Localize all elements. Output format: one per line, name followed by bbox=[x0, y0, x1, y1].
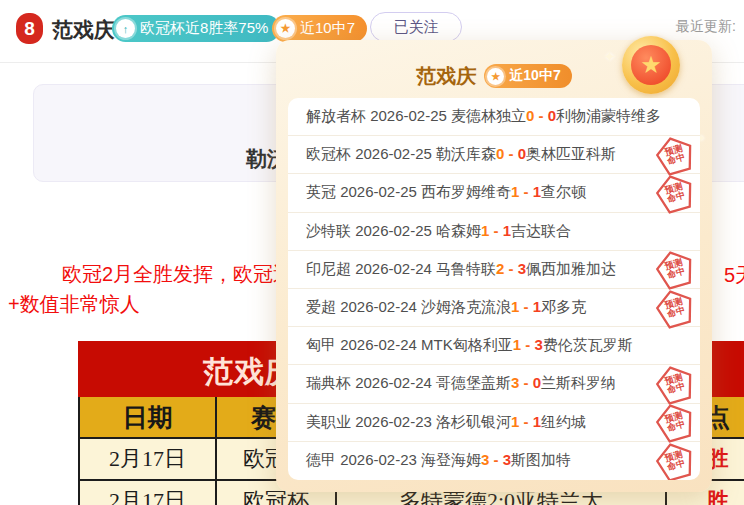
page: 勒沃 欧冠2月全胜发挥，欧冠近 5天 +数值非常惊人 范戏庆 日期 赛事 点 2… bbox=[0, 0, 744, 505]
prediction-hit-stamp-icon: 预测命中 bbox=[651, 246, 698, 293]
medal-star-icon: ★ bbox=[631, 45, 671, 85]
record-row[interactable]: 沙特联 2026-02-25 哈森姆1 - 1吉达联合 bbox=[288, 213, 700, 251]
expert-name: 范戏庆 bbox=[52, 16, 115, 44]
streak-badge-label: 近10中7 bbox=[300, 19, 355, 38]
record-row[interactable]: 英冠 2026-02-25 西布罗姆维奇1 - 1查尔顿预测命中 bbox=[288, 174, 700, 212]
prediction-hit-stamp-icon: 预测命中 bbox=[651, 399, 698, 446]
gold-medal-icon: ★ bbox=[622, 36, 680, 94]
record-row[interactable]: 印尼超 2026-02-24 马鲁特联2 - 3佩西加雅加达预测命中 bbox=[288, 251, 700, 289]
sparkle-icon: ✦ bbox=[603, 48, 616, 66]
prediction-hit-stamp-icon: 预测命中 bbox=[651, 360, 698, 407]
popup-expert-name: 范戏庆 bbox=[416, 63, 476, 90]
record-text: 美职业 2026-02-23 洛杉矶银河1 - 1纽约城 bbox=[306, 413, 586, 432]
record-row[interactable]: 欧冠杯 2026-02-25 勒沃库森0 - 0奥林匹亚科斯预测命中 bbox=[288, 136, 700, 174]
table-cell-date: 2月17日 bbox=[80, 439, 217, 481]
prediction-hit-stamp-icon: 预测命中 bbox=[651, 169, 698, 216]
record-list: 解放者杯 2026-02-25 麦德林独立0 - 0利物浦蒙特维多欧冠杯 202… bbox=[288, 98, 700, 480]
star-icon: ★ bbox=[487, 68, 504, 85]
follow-button[interactable]: 已关注 bbox=[370, 12, 462, 42]
streak-badge: ★ 近10中7 bbox=[272, 15, 367, 42]
table-cell-date: 2月17日 bbox=[80, 481, 217, 505]
prediction-hit-stamp-icon: 预测命中 bbox=[651, 284, 698, 331]
col-header-date: 日期 bbox=[80, 397, 217, 439]
promo-text-line1: 欧冠2月全胜发挥，欧冠近 bbox=[62, 261, 293, 288]
record-text: 瑞典杯 2026-02-24 哥德堡盖斯3 - 0兰斯科罗纳 bbox=[306, 374, 616, 393]
promo-text-line2: +数值非常惊人 bbox=[8, 291, 140, 318]
win-rate-badge: ↑ 欧冠杯近8胜率75% bbox=[112, 15, 280, 42]
record-text: 欧冠杯 2026-02-25 勒沃库森0 - 0奥林匹亚科斯 bbox=[306, 145, 616, 164]
popup-streak-badge: ★ 近10中7 bbox=[484, 64, 571, 88]
record-row[interactable]: 美职业 2026-02-23 洛杉矶银河1 - 1纽约城预测命中 bbox=[288, 404, 700, 442]
prediction-hit-stamp-icon: 预测命中 bbox=[651, 131, 698, 178]
win-rate-badge-label: 欧冠杯近8胜率75% bbox=[140, 19, 268, 38]
record-text: 爱超 2026-02-24 沙姆洛克流浪1 - 1邓多克 bbox=[306, 298, 586, 317]
record-text: 沙特联 2026-02-25 哈森姆1 - 1吉达联合 bbox=[306, 222, 571, 241]
record-text: 印尼超 2026-02-24 马鲁特联2 - 3佩西加雅加达 bbox=[306, 260, 616, 279]
record-row[interactable]: 匈甲 2026-02-24 MTK匈格利亚1 - 3费伦茨瓦罗斯 bbox=[288, 327, 700, 365]
record-text: 匈甲 2026-02-24 MTK匈格利亚1 - 3费伦茨瓦罗斯 bbox=[306, 336, 633, 355]
record-row[interactable]: 爱超 2026-02-24 沙姆洛克流浪1 - 1邓多克预测命中 bbox=[288, 289, 700, 327]
promo-text-line1-right: 5天 bbox=[724, 262, 744, 289]
star-icon: ★ bbox=[276, 19, 295, 38]
popup-streak-badge-label: 近10中7 bbox=[509, 67, 560, 85]
record-text: 德甲 2026-02-23 海登海姆3 - 3斯图加特 bbox=[306, 451, 571, 470]
record-row[interactable]: 德甲 2026-02-23 海登海姆3 - 3斯图加特预测命中 bbox=[288, 442, 700, 480]
prediction-hit-stamp-icon: 预测命中 bbox=[651, 437, 698, 480]
record-text: 解放者杯 2026-02-25 麦德林独立0 - 0利物浦蒙特维多 bbox=[306, 107, 661, 126]
record-row[interactable]: 瑞典杯 2026-02-24 哥德堡盖斯3 - 0兰斯科罗纳预测命中 bbox=[288, 365, 700, 403]
recent-record-popup: 范戏庆 ★ 近10中7 ★ ✦ ✦ 解放者杯 2026-02-25 麦德林独立0… bbox=[276, 40, 712, 492]
record-row[interactable]: 解放者杯 2026-02-25 麦德林独立0 - 0利物浦蒙特维多 bbox=[288, 98, 700, 136]
up-arrow-icon: ↑ bbox=[116, 19, 135, 38]
record-text: 英冠 2026-02-25 西布罗姆维奇1 - 1查尔顿 bbox=[306, 183, 586, 202]
last-update-label: 最近更新: bbox=[676, 18, 736, 36]
site-logo-icon: 8 bbox=[16, 13, 43, 44]
